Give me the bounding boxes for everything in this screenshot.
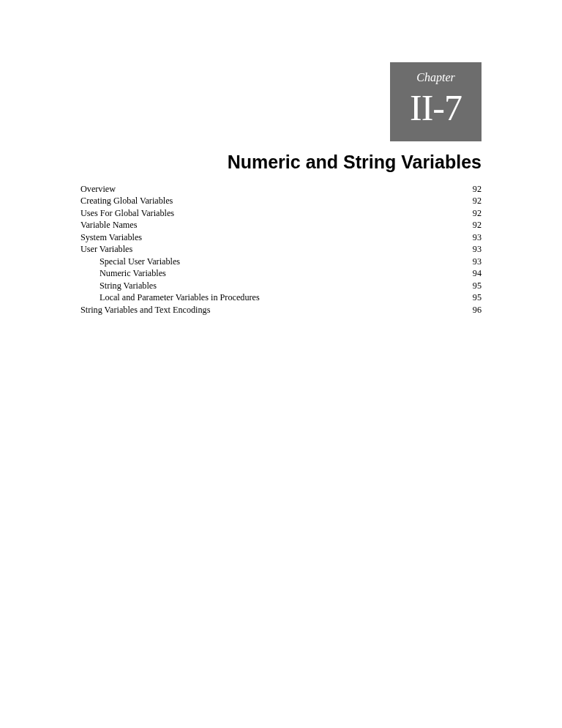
toc-entry-page: 93	[467, 231, 482, 243]
toc-entry[interactable]: String Variables and Text Encodings96	[80, 304, 482, 316]
toc-entry-page: 93	[467, 243, 482, 255]
toc-entry-label: Numeric Variables	[80, 267, 166, 279]
page-title: Numeric and String Variables	[228, 152, 482, 173]
toc-entry-label: Local and Parameter Variables in Procedu…	[80, 291, 260, 303]
toc-entry[interactable]: Overview92	[80, 183, 482, 195]
toc-entry-label: Creating Global Variables	[80, 195, 173, 207]
toc-entry-page: 95	[467, 280, 482, 291]
toc-entry-page: 92	[467, 195, 482, 207]
toc-entry-page: 92	[467, 219, 482, 231]
toc-entry-label: System Variables	[80, 231, 142, 243]
chapter-label: Chapter	[390, 71, 482, 84]
toc-entry-page: 93	[467, 256, 482, 267]
toc-entry-page: 94	[467, 267, 482, 279]
toc-entry-page: 96	[467, 304, 482, 316]
toc-entry[interactable]: Special User Variables93	[80, 256, 482, 267]
toc-entry-page: 92	[467, 183, 482, 195]
toc-entry[interactable]: Uses For Global Variables92	[80, 207, 482, 219]
chapter-box: Chapter II-7	[390, 62, 482, 141]
toc-entry[interactable]: Creating Global Variables92	[80, 195, 482, 207]
toc-entry-page: 92	[467, 207, 482, 219]
toc-entry[interactable]: Variable Names92	[80, 219, 482, 231]
toc-entry-label: String Variables and Text Encodings	[80, 304, 210, 316]
toc-entry[interactable]: System Variables93	[80, 231, 482, 243]
toc-entry-label: Variable Names	[80, 219, 138, 231]
chapter-number: II-7	[390, 86, 482, 130]
toc-entry-label: Uses For Global Variables	[80, 207, 174, 219]
toc-entry-label: User Variables	[80, 243, 132, 255]
toc-entry[interactable]: Local and Parameter Variables in Procedu…	[80, 291, 482, 303]
table-of-contents: Overview92Creating Global Variables92Use…	[80, 183, 482, 316]
toc-entry[interactable]: Numeric Variables94	[80, 267, 482, 279]
toc-entry-label: Overview	[80, 183, 116, 195]
toc-entry[interactable]: User Variables93	[80, 243, 482, 255]
toc-entry-page: 95	[467, 291, 482, 303]
toc-entry[interactable]: String Variables95	[80, 280, 482, 291]
toc-entry-label: Special User Variables	[80, 256, 180, 267]
page: Chapter II-7 Numeric and String Variable…	[0, 0, 562, 728]
toc-entry-label: String Variables	[80, 280, 157, 291]
